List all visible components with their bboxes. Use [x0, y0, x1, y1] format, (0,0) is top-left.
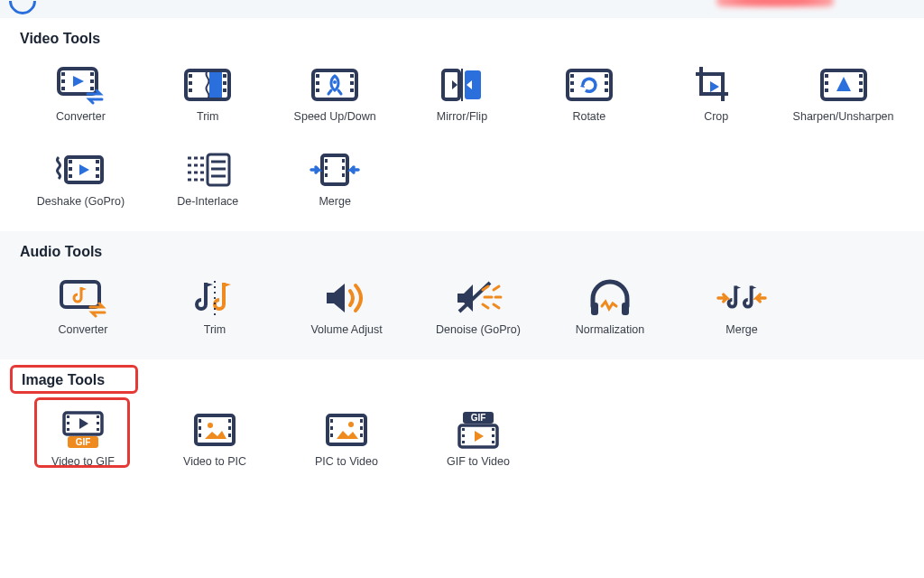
tool-label: Converter: [59, 323, 108, 336]
deinterlace-icon: [182, 150, 233, 190]
headphones-icon: [585, 278, 635, 318]
svg-rect-19: [350, 74, 354, 78]
svg-rect-42: [69, 174, 72, 178]
tool-audio-volume[interactable]: Volume Adjust: [288, 273, 405, 352]
film-trim-icon: [182, 65, 233, 105]
video-tools-section: Video Tools Converter: [0, 18, 924, 231]
film-play-swap-icon: [55, 65, 106, 105]
svg-rect-34: [825, 81, 828, 85]
tool-label: Merge: [725, 323, 757, 336]
tool-label: Volume Adjust: [310, 323, 382, 336]
svg-rect-9: [189, 81, 192, 85]
gif-to-video-icon: GIF: [453, 410, 504, 450]
video-tools-grid: Converter Trim: [20, 60, 904, 224]
svg-line-66: [483, 304, 488, 308]
audio-tools-heading: Audio Tools: [20, 244, 904, 260]
tool-audio-normalization[interactable]: Normalization: [551, 273, 669, 352]
image-tools-heading: Image Tools: [22, 372, 904, 388]
tool-audio-merge[interactable]: Merge: [683, 273, 800, 352]
tool-image-gif-to-video[interactable]: GIF GIF to Video: [420, 405, 537, 484]
svg-rect-38: [859, 89, 863, 92]
tool-video-deshake[interactable]: Deshake (GoPro): [22, 144, 139, 224]
svg-rect-57: [325, 173, 328, 177]
svg-rect-43: [96, 160, 99, 163]
svg-rect-77: [97, 422, 99, 424]
tool-video-trim[interactable]: Trim: [149, 60, 266, 139]
svg-rect-55: [325, 159, 328, 163]
tool-audio-denoise[interactable]: Denoise (GoPro): [420, 273, 537, 352]
video-to-gif-icon: GIF: [58, 410, 108, 450]
svg-rect-58: [342, 159, 345, 163]
svg-rect-78: [97, 428, 99, 431]
svg-rect-100: [462, 428, 465, 431]
svg-point-88: [208, 423, 213, 428]
tool-video-mirror[interactable]: Mirror/Flip: [403, 60, 521, 139]
audio-converter-icon: [58, 278, 108, 318]
svg-rect-8: [189, 74, 192, 78]
svg-rect-44: [96, 167, 99, 171]
tool-audio-converter[interactable]: Converter: [24, 273, 142, 352]
tool-image-video-to-pic[interactable]: Video to PIC: [156, 405, 273, 484]
svg-rect-90: [330, 419, 333, 423]
svg-line-67: [494, 286, 499, 290]
tool-label: Deshake (GoPro): [37, 195, 125, 208]
svg-rect-36: [859, 74, 863, 78]
svg-rect-1: [61, 72, 65, 76]
tool-image-pic-to-video[interactable]: PIC to Video: [288, 405, 405, 484]
svg-rect-76: [97, 415, 99, 418]
tool-video-crop[interactable]: Crop: [658, 60, 775, 139]
svg-point-96: [348, 422, 354, 427]
svg-rect-45: [96, 174, 99, 178]
svg-rect-13: [223, 89, 226, 92]
tool-label: Trim: [197, 110, 219, 123]
svg-text:GIF: GIF: [76, 437, 91, 447]
tool-label: PIC to Video: [315, 455, 378, 468]
svg-rect-75: [67, 428, 69, 431]
tool-video-rotate[interactable]: Rotate: [531, 60, 648, 139]
crop-icon: [691, 65, 742, 105]
svg-rect-94: [360, 426, 363, 430]
svg-rect-40: [69, 160, 72, 163]
tool-audio-trim[interactable]: Trim: [156, 273, 273, 352]
svg-rect-95: [360, 434, 363, 437]
tool-video-converter[interactable]: Converter: [22, 60, 139, 139]
svg-rect-105: [492, 441, 494, 443]
svg-rect-5: [90, 79, 94, 83]
svg-rect-11: [223, 74, 226, 78]
svg-rect-26: [570, 74, 574, 78]
svg-point-22: [333, 80, 337, 84]
tool-image-video-to-gif[interactable]: GIF Video to GIF: [24, 405, 142, 484]
tool-label: Crop: [704, 110, 728, 123]
denoise-icon: [453, 278, 504, 318]
svg-rect-89: [328, 415, 365, 444]
svg-rect-86: [228, 426, 231, 430]
tool-label: Normalization: [576, 323, 644, 336]
deshake-icon: [55, 150, 106, 190]
film-photo-icon: [189, 410, 240, 450]
film-rocket-icon: [310, 65, 360, 105]
svg-rect-20: [350, 81, 354, 85]
tool-video-merge[interactable]: Merge: [276, 144, 393, 224]
tool-label: Video to GIF: [51, 455, 115, 468]
tool-video-sharpen[interactable]: Sharpen/Unsharpen: [785, 60, 902, 139]
tool-label: GIF to Video: [447, 455, 510, 468]
svg-rect-35: [825, 89, 828, 92]
tool-label: Mirror/Flip: [437, 110, 487, 123]
svg-rect-74: [67, 422, 69, 424]
top-bar: [0, 0, 924, 18]
tool-label: De-Interlace: [177, 195, 238, 208]
audio-merge-icon: [716, 278, 767, 318]
svg-rect-71: [622, 303, 629, 315]
svg-text:GIF: GIF: [471, 413, 486, 423]
tool-label: Merge: [319, 195, 350, 208]
tool-video-speed[interactable]: Speed Up/Down: [276, 60, 393, 139]
tool-label: Video to PIC: [183, 455, 246, 468]
film-rotate-icon: [564, 65, 614, 105]
tool-label: Rotate: [572, 110, 605, 123]
svg-rect-16: [316, 74, 319, 78]
svg-rect-84: [199, 434, 201, 437]
tool-video-deinterlace[interactable]: De-Interlace: [149, 144, 266, 224]
mirror-flip-icon: [437, 65, 487, 105]
svg-rect-25: [568, 70, 611, 99]
film-merge-icon: [310, 150, 360, 190]
